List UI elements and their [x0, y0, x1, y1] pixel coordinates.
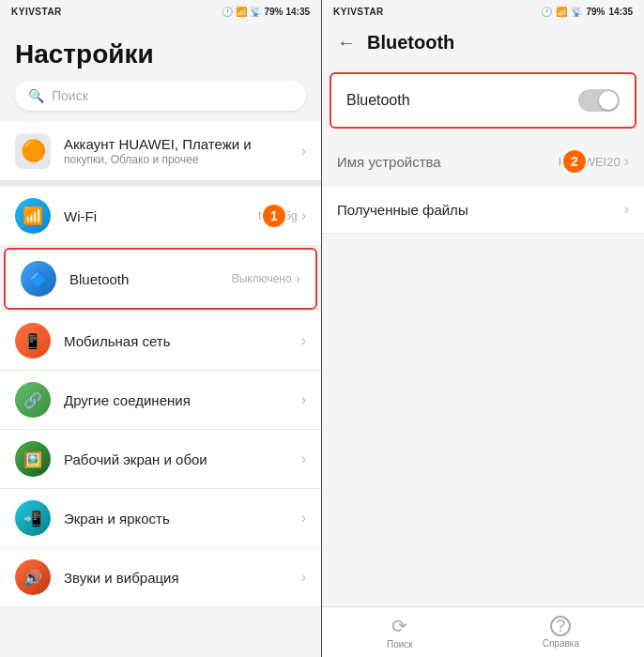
signal-icon-right: 📶 [556, 7, 567, 17]
left-phone: KYIVSTAR 🕐 📶 📡 79% 14:35 Настройки 🔍 Пои… [0, 0, 322, 657]
display-title: Экран и яркость [64, 511, 301, 527]
mobile-content: Мобильная сеть [64, 333, 301, 349]
search-placeholder: Поиск [52, 88, 88, 103]
connections-content: Другие соединения [64, 392, 301, 408]
device-name-label: Имя устройства [337, 154, 441, 170]
nav-search-label: Поиск [387, 639, 413, 649]
right-status-bar: KYIVSTAR 🕐 📶 📡 79% 14:35 [322, 0, 644, 21]
back-button[interactable]: ← [337, 32, 356, 53]
spacer [322, 234, 644, 606]
left-time: 14:35 [285, 7, 310, 17]
wallpaper-icon-circle: 🖼️ [15, 441, 51, 477]
battery-icon-right: 79% [586, 7, 605, 17]
display-chevron: › [301, 510, 306, 527]
settings-item-connections[interactable]: 🔗 Другие соединения › [0, 371, 321, 430]
huawei-avatar-icon: 🟠 [15, 133, 51, 169]
wifi-title: Wi-Fi [64, 208, 258, 224]
settings-item-bluetooth[interactable]: 🔷 Bluetooth Выключено › [4, 248, 317, 310]
nav-search-icon: ⟳ [391, 615, 407, 637]
settings-item-mobile[interactable]: 📱 Мобильная сеть › [0, 312, 321, 371]
display-icon-circle: 📲 [15, 500, 51, 536]
huawei-title: Аккаунт HUAWEI, Платежи и [64, 136, 301, 152]
huawei-content: Аккаунт HUAWEI, Платежи и покупки, Облак… [64, 136, 301, 166]
received-files-chevron: › [624, 201, 629, 218]
sound-chevron: › [301, 569, 306, 586]
connections-title: Другие соединения [64, 392, 301, 408]
mobile-icon-circle: 📱 [15, 323, 51, 359]
wifi-icon-circle: 📶 [15, 198, 51, 234]
bluetooth-toggle-section: Bluetooth [330, 72, 636, 129]
battery-icon-left: 79% [264, 7, 283, 17]
right-phone: KYIVSTAR 🕐 📶 📡 79% 14:35 ← Bluetooth Blu… [322, 0, 644, 657]
settings-item-huawei[interactable]: 🟠 Аккаунт HUAWEI, Платежи и покупки, Обл… [0, 122, 321, 181]
settings-item-wallpaper[interactable]: 🖼️ Рабочий экран и обои › [0, 430, 321, 489]
nav-help-label: Справка [543, 638, 579, 649]
connections-icon-circle: 🔗 [15, 382, 51, 418]
left-status-bar: KYIVSTAR 🕐 📶 📡 79% 14:35 [0, 0, 321, 21]
bluetooth-toggle-label: Bluetooth [346, 92, 410, 109]
right-time: 14:35 [608, 7, 633, 17]
bluetooth-content: Bluetooth [69, 271, 232, 287]
nav-search[interactable]: ⟳ Поиск [387, 615, 413, 649]
settings-item-display[interactable]: 📲 Экран и яркость › [0, 489, 321, 548]
badge-1: 1 [261, 203, 287, 229]
bluetooth-chevron: › [296, 270, 300, 287]
left-carrier: KYIVSTAR [11, 7, 62, 17]
bluetooth-right: Выключено › [232, 270, 300, 287]
bluetooth-status-value: Выключено [232, 272, 292, 285]
bluetooth-icon-circle: 🔷 [21, 261, 56, 297]
huawei-subtitle: покупки, Облако и прочее [64, 153, 301, 166]
wallpaper-chevron: › [301, 451, 306, 467]
bluetooth-toggle-row[interactable]: Bluetooth [331, 74, 635, 127]
badge-2: 2 [561, 148, 588, 175]
sound-title: Звуки и вибрация [64, 570, 301, 586]
left-status-icons: 🕐 📶 📡 79% 14:35 [222, 7, 310, 17]
wallpaper-content: Рабочий экран и обои [64, 451, 301, 467]
wifi-icon-status: 📡 [250, 7, 261, 17]
bluetooth-title: Bluetooth [69, 271, 232, 287]
settings-item-sound[interactable]: 🔊 Звуки и вибрация › [0, 548, 321, 607]
wallpaper-title: Рабочий экран и обои [64, 451, 301, 467]
device-name-chevron: › [624, 153, 629, 170]
alarm-icon-right: 🕐 [541, 7, 552, 17]
device-name-item[interactable]: Имя устройства HUAWEI20 › 2 [322, 138, 644, 186]
sound-content: Звуки и вибрация [64, 570, 301, 586]
wifi-chevron: › [301, 207, 306, 224]
sound-icon-circle: 🔊 [15, 559, 51, 595]
wifi-icon-right: 📡 [571, 7, 582, 17]
left-status-right: 🕐 📶 📡 79% 14:35 [222, 7, 310, 17]
search-bar[interactable]: 🔍 Поиск [15, 81, 306, 111]
bluetooth-header: ← Bluetooth [322, 21, 644, 65]
screens-container: KYIVSTAR 🕐 📶 📡 79% 14:35 Настройки 🔍 Пои… [0, 0, 644, 657]
bluetooth-page-title: Bluetooth [367, 32, 454, 53]
bluetooth-toggle-switch[interactable] [578, 89, 620, 112]
signal-icon: 📶 [236, 7, 247, 17]
settings-item-wifi[interactable]: 📶 Wi-Fi tplink5g › 1 [0, 187, 321, 246]
nav-help-icon: ? [550, 616, 571, 636]
nav-help[interactable]: ? Справка [543, 616, 579, 649]
alarm-icon: 🕐 [222, 7, 233, 17]
search-icon: 🔍 [28, 88, 44, 103]
settings-page-title: Настройки [0, 21, 321, 81]
huawei-chevron: › [301, 143, 306, 160]
right-carrier: KYIVSTAR [333, 7, 384, 17]
mobile-title: Мобильная сеть [64, 333, 301, 349]
received-files-label: Полученные файлы [337, 202, 468, 218]
right-status-right: 🕐 📶 📡 79% 14:35 [541, 7, 633, 17]
received-files-item[interactable]: Полученные файлы › [322, 186, 644, 234]
toggle-knob [599, 91, 618, 110]
mobile-chevron: › [301, 332, 306, 349]
settings-list: 🟠 Аккаунт HUAWEI, Платежи и покупки, Обл… [0, 122, 321, 657]
display-content: Экран и яркость [64, 511, 301, 527]
bottom-nav: ⟳ Поиск ? Справка [322, 606, 644, 657]
wifi-content: Wi-Fi [64, 208, 258, 224]
connections-chevron: › [301, 391, 306, 408]
